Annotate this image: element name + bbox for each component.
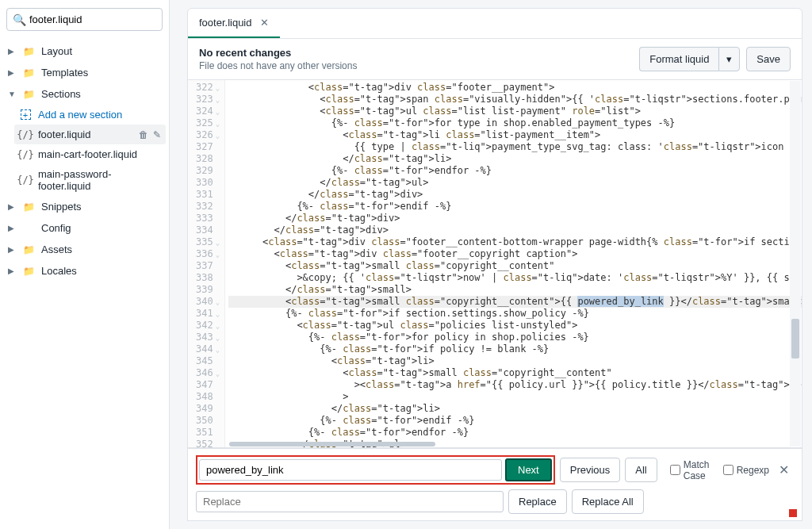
folder-icon: 📁 — [22, 266, 35, 277]
tab-label: footer.liquid — [199, 17, 252, 29]
folder-icon: 📁 — [22, 244, 35, 255]
match-case-input[interactable] — [670, 465, 680, 475]
folder-label: Locales — [41, 265, 77, 277]
status-title: No recent changes — [199, 47, 357, 59]
add-section[interactable]: + Add a new section — [14, 105, 166, 125]
tab-bar: footer.liquid ✕ — [187, 8, 802, 39]
line-gutter: 322⌄323⌄324⌄325⌄326⌄327 328 329 330 331 … — [188, 80, 225, 447]
chevron-down-icon: ▾ — [726, 53, 732, 65]
status-subtitle: File does not have any other versions — [199, 60, 357, 71]
file-label: main-cart-footer.liquid — [38, 148, 137, 160]
caret-icon: ▶ — [8, 47, 19, 56]
match-case-checkbox[interactable]: Match Case — [670, 459, 710, 481]
liquid-file-icon: {/} — [19, 174, 32, 186]
format-liquid-split: Format liquid ▾ — [639, 47, 740, 71]
caret-icon: ▶ — [8, 68, 19, 77]
file-footer-liquid[interactable]: {/} footer.liquid 🗑 ✎ — [14, 125, 166, 144]
next-button[interactable]: Next — [505, 458, 552, 481]
sidebar: 🔍 ▶ 📁 Layout ▶ 📁 Templates ▼ 📁 Sections — [0, 0, 170, 529]
folder-icon — [22, 223, 35, 234]
file-label: footer.liquid — [38, 128, 91, 140]
code-area[interactable]: <class="t-tag">div class="footer__paymen… — [225, 80, 802, 447]
liquid-file-icon: {/} — [19, 129, 32, 140]
file-search: 🔍 — [6, 8, 163, 31]
caret-icon: ▶ — [8, 266, 19, 275]
horizontal-scrollbar[interactable] — [229, 442, 435, 447]
replace-input[interactable] — [196, 491, 504, 512]
folder-sections[interactable]: ▼ 📁 Sections — [3, 83, 166, 105]
file-label: main-password-footer.liquid — [38, 168, 161, 192]
folder-icon: 📁 — [22, 201, 35, 213]
match-case-label: Match Case — [684, 459, 710, 481]
folder-icon: 📁 — [22, 67, 35, 79]
file-main-password-footer[interactable]: {/} main-password-footer.liquid — [14, 164, 166, 196]
folder-label: Templates — [41, 67, 88, 79]
format-liquid-dropdown[interactable]: ▾ — [718, 47, 740, 71]
find-input[interactable] — [199, 459, 502, 481]
close-icon[interactable]: ✕ — [260, 17, 269, 29]
close-find-icon[interactable]: ✕ — [774, 462, 794, 477]
file-tree: ▶ 📁 Layout ▶ 📁 Templates ▼ 📁 Sections + … — [0, 40, 169, 529]
folder-layout[interactable]: ▶ 📁 Layout — [3, 40, 166, 62]
edit-icon[interactable]: ✎ — [153, 129, 161, 140]
main-panel: footer.liquid ✕ No recent changes File d… — [170, 0, 812, 529]
file-main-cart-footer[interactable]: {/} main-cart-footer.liquid — [14, 144, 166, 164]
folder-label: Layout — [41, 45, 72, 57]
regexp-label: Regexp — [737, 465, 769, 476]
folder-templates[interactable]: ▶ 📁 Templates — [3, 62, 166, 83]
caret-down-icon: ▼ — [8, 90, 19, 98]
status-bar: No recent changes File does not have any… — [187, 39, 802, 80]
regexp-input[interactable] — [723, 465, 733, 475]
caret-icon: ▶ — [8, 224, 19, 232]
tab-footer-liquid[interactable]: footer.liquid ✕ — [188, 9, 280, 38]
save-button[interactable]: Save — [746, 47, 791, 71]
folder-icon: 📁 — [22, 46, 35, 57]
all-button[interactable]: All — [625, 458, 657, 482]
regexp-checkbox[interactable]: Regexp — [723, 465, 769, 476]
folder-label: Config — [41, 222, 71, 234]
find-replace-bar: Next Previous All Match Case Regexp ✕ Re… — [187, 448, 802, 521]
vertical-scrollbar[interactable] — [790, 81, 801, 447]
replace-button[interactable]: Replace — [508, 489, 567, 514]
search-icon: 🔍 — [13, 13, 26, 26]
delete-icon[interactable]: 🗑 — [139, 129, 148, 140]
folder-label: Assets — [41, 243, 72, 255]
folder-locales[interactable]: ▶ 📁 Locales — [3, 260, 166, 282]
format-liquid-button[interactable]: Format liquid — [639, 47, 718, 71]
replace-all-button[interactable]: Replace All — [572, 489, 644, 514]
folder-assets[interactable]: ▶ 📁 Assets — [3, 239, 166, 260]
caret-icon: ▶ — [8, 202, 19, 211]
folder-label: Snippets — [41, 201, 82, 213]
add-icon: + — [19, 109, 32, 120]
folder-label: Sections — [41, 88, 81, 100]
folder-icon: 📁 — [22, 89, 35, 100]
folder-config[interactable]: ▶ Config — [3, 217, 166, 239]
code-editor[interactable]: 322⌄323⌄324⌄325⌄326⌄327 328 329 330 331 … — [187, 80, 802, 448]
resize-handle-icon[interactable] — [789, 509, 797, 517]
folder-snippets[interactable]: ▶ 📁 Snippets — [3, 196, 166, 217]
previous-button[interactable]: Previous — [560, 458, 621, 482]
liquid-file-icon: {/} — [19, 149, 32, 160]
file-search-input[interactable] — [6, 8, 163, 31]
add-section-label: Add a new section — [38, 109, 122, 121]
caret-icon: ▶ — [8, 245, 19, 254]
